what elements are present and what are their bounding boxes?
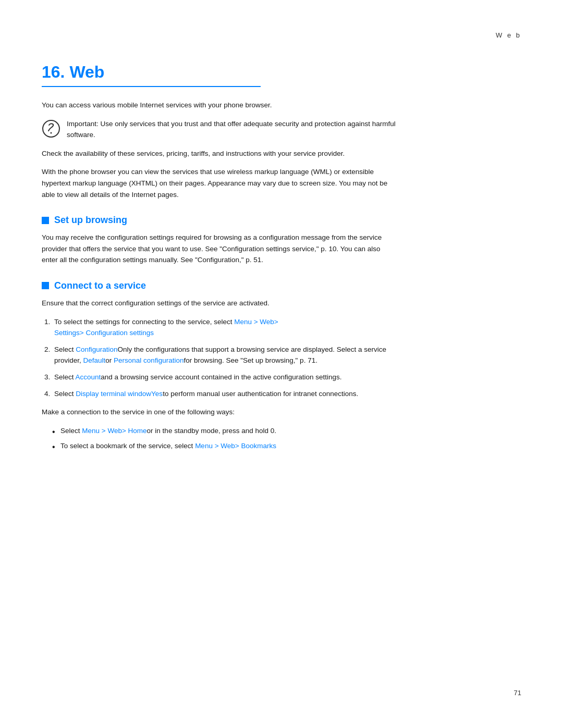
intro-paragraph-3: With the phone browser you can view the … xyxy=(42,166,396,200)
intro-paragraph-2: Check the availability of these services… xyxy=(42,148,396,159)
step-2-link-2[interactable]: Default xyxy=(83,356,106,364)
bullet-list: Select Menu > Web> Homeor in the standby… xyxy=(52,425,407,452)
section-1-title: Set up browsing xyxy=(42,215,521,226)
section-2-title: Connect to a service xyxy=(42,280,521,291)
step-4-link-2[interactable]: Yes xyxy=(151,390,163,398)
step-1-link-1[interactable]: Menu > Web> xyxy=(234,318,278,326)
important-icon xyxy=(42,119,60,138)
step-2-link-3[interactable]: Personal configuration xyxy=(114,356,183,364)
bullet-1-link[interactable]: Menu > Web> Home xyxy=(82,427,146,435)
chapter-title: 16. Web xyxy=(42,63,261,87)
svg-point-0 xyxy=(43,120,59,137)
svg-point-1 xyxy=(51,132,52,133)
section-1-icon xyxy=(42,217,49,224)
bullet-2-link[interactable]: Menu > Web> Bookmarks xyxy=(195,442,276,450)
page-container: W e b 16. Web You can access various mob… xyxy=(0,0,563,728)
page-number: 71 xyxy=(514,689,521,697)
bullet-2: To select a bookmark of the service, sel… xyxy=(52,440,407,452)
step-2-link-1[interactable]: Configuration xyxy=(76,346,117,353)
step-1: To select the settings for connecting to… xyxy=(52,316,407,339)
step-3-link-1[interactable]: Account xyxy=(76,373,101,381)
header-label: W e b xyxy=(496,31,521,39)
important-box: Important: Use only services that you tr… xyxy=(42,118,396,141)
section-2-intro: Ensure that the correct configuration se… xyxy=(42,298,396,309)
step-1-link-2[interactable]: Settings> Configuration settings xyxy=(54,329,154,337)
intro-paragraph-1: You can access various mobile Internet s… xyxy=(42,100,396,111)
important-text: Important: Use only services that you tr… xyxy=(67,118,396,141)
bullet-1: Select Menu > Web> Homeor in the standby… xyxy=(52,425,407,437)
steps-list: To select the settings for connecting to… xyxy=(52,316,407,400)
section-2-icon xyxy=(42,282,49,289)
step-3: Select Accountand a browsing service acc… xyxy=(52,372,407,383)
make-connection-text: Make a connection to the service in one … xyxy=(42,406,396,418)
step-4: Select Display terminal windowYesto perf… xyxy=(52,388,407,400)
step-2: Select ConfigurationOnly the configurati… xyxy=(52,344,407,366)
section-1-body: You may receive the configuration settin… xyxy=(42,232,396,266)
step-4-link-1[interactable]: Display terminal window xyxy=(76,390,151,398)
